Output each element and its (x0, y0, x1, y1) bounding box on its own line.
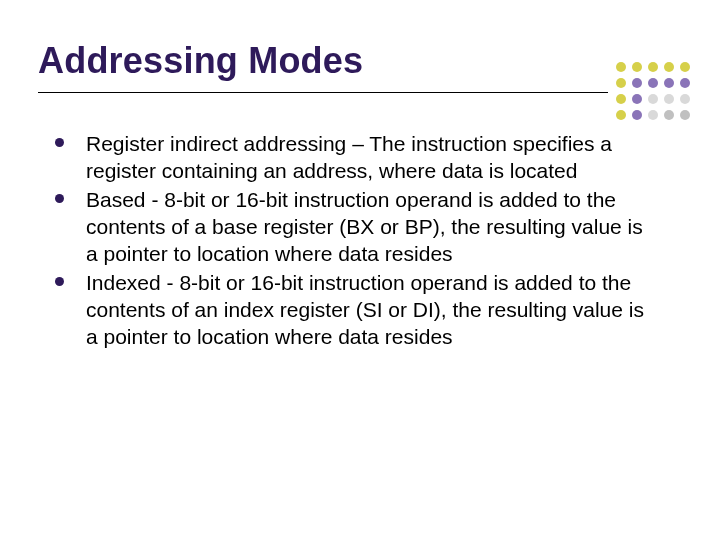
decorative-dot-grid (616, 62, 690, 126)
decor-dot (632, 62, 642, 72)
bullet-text: Indexed - 8-bit or 16-bit instruction op… (86, 269, 660, 350)
bullet-list: Register indirect addressing – The instr… (55, 130, 660, 352)
decor-dot (680, 94, 690, 104)
decor-dot (680, 110, 690, 120)
slide: Addressing Modes (0, 0, 720, 540)
bullet-icon (55, 138, 64, 147)
decor-dot (616, 78, 626, 88)
list-item: Indexed - 8-bit or 16-bit instruction op… (55, 269, 660, 350)
decor-dot (648, 62, 658, 72)
bullet-text: Based - 8-bit or 16-bit instruction oper… (86, 186, 660, 267)
decor-dot (664, 62, 674, 72)
decor-dot (648, 94, 658, 104)
bullet-text: Register indirect addressing – The instr… (86, 130, 660, 184)
bullet-icon (55, 277, 64, 286)
decor-dot (664, 78, 674, 88)
decor-dot (632, 110, 642, 120)
decor-dot (680, 78, 690, 88)
decor-dot (632, 94, 642, 104)
decor-dot (632, 78, 642, 88)
slide-title: Addressing Modes (38, 40, 363, 82)
decor-dot (648, 78, 658, 88)
bullet-icon (55, 194, 64, 203)
list-item: Register indirect addressing – The instr… (55, 130, 660, 184)
decor-dot (616, 62, 626, 72)
decor-dot (680, 62, 690, 72)
decor-dot (664, 94, 674, 104)
decor-dot (664, 110, 674, 120)
title-underline (38, 92, 608, 93)
list-item: Based - 8-bit or 16-bit instruction oper… (55, 186, 660, 267)
decor-dot (616, 94, 626, 104)
decor-dot (648, 110, 658, 120)
decor-dot (616, 110, 626, 120)
